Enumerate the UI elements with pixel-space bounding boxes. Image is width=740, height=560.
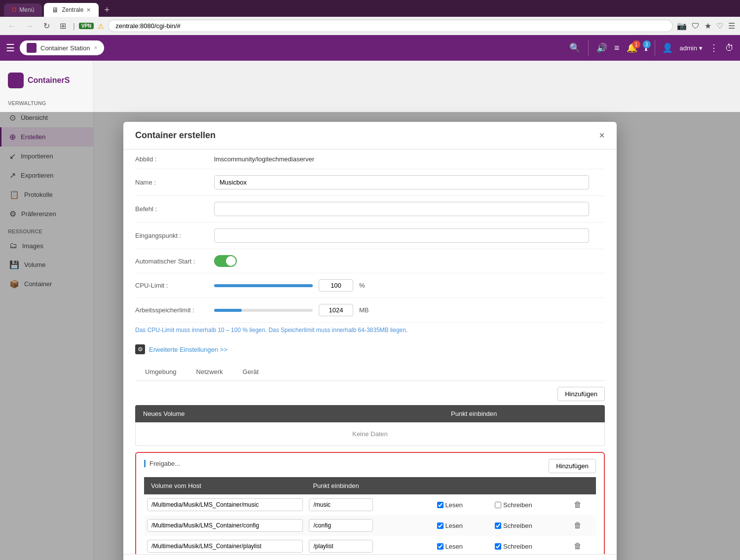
opera-icon: O [12, 6, 16, 13]
abbild-value: lmscommunity/logitechmediaserver [214, 155, 314, 163]
memory-value-input[interactable] [319, 304, 353, 316]
new-tab-button[interactable]: + [101, 5, 114, 15]
schreiben-checkbox-2[interactable] [495, 523, 501, 529]
volume-button[interactable]: 🔊 [596, 42, 607, 53]
delete-cell-3: 🗑 [571, 536, 596, 554]
delete-cell-2: 🗑 [571, 515, 596, 536]
search-button[interactable]: 🔍 [569, 42, 580, 53]
schreiben-checkbox-3[interactable] [495, 543, 501, 550]
header-right: 🔊 ≡ 🔔 1 ℹ 3 👤 admin ▾ ⋮ ⏱ [596, 40, 734, 56]
notif1-button[interactable]: 🔔 1 [627, 42, 637, 53]
heart-icon[interactable]: ♡ [716, 21, 723, 31]
schreiben-cell-1: Schreiben [492, 494, 571, 515]
befehl-row: Befehl : [135, 196, 605, 223]
tab-inactive-menu[interactable]: O Menü [4, 3, 42, 16]
lesen-cell-3: Lesen [434, 536, 492, 554]
memory-limit-row: Arbeitsspeicherlimit : MB [135, 298, 605, 323]
neues-volume-section: Hinzufügen Neues Volume Punkt einbinden … [135, 387, 605, 446]
tab-umgebung[interactable]: Umgebung [135, 364, 186, 380]
back-button[interactable]: ← [5, 21, 19, 32]
bookmark-icon[interactable]: ★ [704, 21, 711, 31]
volume-add-button[interactable]: Hinzufügen [557, 387, 605, 401]
notif2-button[interactable]: ℹ 3 [644, 42, 648, 53]
section-verwaltung-label: Verwaltung [0, 95, 93, 108]
name-input[interactable] [214, 175, 589, 189]
dashboard-button[interactable]: ⏱ [725, 43, 734, 53]
toolbar-right-icons: 📷 🛡 ★ ♡ ☰ [677, 21, 735, 31]
col-volume-host: Volume vom Host [144, 477, 306, 494]
tab-geraet[interactable]: Gerät [233, 364, 269, 380]
admin-dropdown-button[interactable]: admin ▾ [680, 44, 703, 52]
eingangspunkt-input[interactable] [214, 228, 589, 243]
abbild-row: Abbild : lmscommunity/logitechmediaserve… [135, 149, 605, 169]
host-path-cell [144, 494, 306, 515]
home-button[interactable]: ⊞ [57, 20, 69, 32]
app-tab-icon [27, 43, 37, 53]
freigabe-add-button[interactable]: Hinzufügen [549, 459, 596, 473]
reload-button[interactable]: ↻ [40, 20, 53, 32]
lesen-checkbox-3[interactable] [437, 543, 444, 550]
create-container-dialog: Container erstellen × Abbild : lmscommun… [123, 122, 617, 560]
delete-row-button-1[interactable]: 🗑 [574, 500, 582, 509]
autostart-toggle[interactable] [214, 255, 237, 267]
col-punkt-einbinden-1: Punkt einbinden [443, 405, 605, 422]
delete-row-button-2[interactable]: 🗑 [574, 521, 582, 530]
mount-point-input-3[interactable] [309, 540, 373, 553]
mount-point-cell-2 [306, 515, 434, 536]
table-row: Lesen Schreiben [144, 536, 596, 554]
camera-icon[interactable]: 📷 [677, 21, 687, 31]
cpu-range-track [214, 284, 313, 287]
cpu-value-input[interactable] [319, 279, 353, 292]
sidebar-logo: ContainerS [0, 66, 93, 95]
freigabe-label: Freigabe... [144, 460, 180, 467]
more-options-button[interactable]: ⋮ [709, 42, 718, 53]
col-neues-volume: Neues Volume [135, 405, 443, 422]
user-button[interactable]: 👤 [662, 42, 673, 53]
lesen-checkbox-2[interactable] [437, 523, 444, 529]
delete-row-button-3[interactable]: 🗑 [574, 542, 582, 551]
browser-chrome: O Menü 🖥 Zentrale × + ← → ↻ ⊞ | VPN ⚠ ze… [0, 0, 740, 35]
tab-netzwerk[interactable]: Netzwerk [186, 364, 233, 380]
advanced-settings-link[interactable]: ⚙ Erweiterte Einstellungen >> [135, 339, 605, 359]
table-row: Lesen Schreiben [144, 494, 596, 515]
app-tab-pill[interactable]: Container Station × [20, 40, 104, 55]
host-path-input-2[interactable] [147, 519, 303, 532]
app-header: ☰ Container Station × 🔍 🔊 ≡ 🔔 1 ℹ 3 👤 ad… [0, 35, 740, 61]
host-path-input-1[interactable] [147, 498, 303, 511]
active-tab-label: Zentrale [62, 6, 83, 13]
notif2-badge: 3 [643, 40, 651, 48]
shield-icon[interactable]: 🛡 [692, 22, 700, 31]
app-tab-close[interactable]: × [94, 44, 97, 51]
host-path-input-3[interactable] [147, 540, 303, 553]
neues-volume-table-body: Keine Daten [135, 422, 605, 446]
eingangspunkt-row: Eingangspunkt : [135, 223, 605, 249]
menu-icon[interactable]: ☰ [728, 21, 735, 31]
tab-active-zentrale[interactable]: 🖥 Zentrale × [44, 3, 98, 17]
tab-bar: O Menü 🖥 Zentrale × + [0, 0, 740, 17]
address-text: zentrale:8080/cgi-bin/# [115, 22, 181, 30]
address-bar[interactable]: zentrale:8080/cgi-bin/# [108, 20, 673, 32]
abbild-label: Abbild : [135, 155, 214, 163]
host-table-body: Lesen Schreiben [144, 494, 596, 554]
separator: | [73, 22, 75, 30]
schreiben-cell-2: Schreiben [492, 515, 571, 536]
name-label: Name : [135, 179, 214, 186]
forward-button[interactable]: → [23, 21, 37, 32]
empty-text: Keine Daten [136, 422, 604, 446]
mount-point-input-1[interactable] [309, 498, 373, 511]
tab-close-icon[interactable]: × [86, 6, 90, 14]
stack-button[interactable]: ≡ [614, 43, 620, 53]
autostart-label: Automatischer Start : [135, 258, 214, 265]
dialog-close-button[interactable]: × [599, 130, 605, 141]
mount-point-input-2[interactable] [309, 519, 373, 532]
schreiben-checkbox-1[interactable] [495, 502, 501, 508]
cpu-range-fill [214, 284, 313, 287]
hamburger-button[interactable]: ☰ [6, 42, 15, 54]
neues-volume-table-header: Neues Volume Punkt einbinden [135, 405, 605, 422]
befehl-input[interactable] [214, 202, 589, 216]
admin-label: admin [680, 44, 697, 52]
lesen-cell-2: Lesen [434, 515, 492, 536]
col-permissions [434, 477, 571, 494]
lesen-checkbox-1[interactable] [437, 502, 444, 508]
vpn-badge: VPN [79, 23, 94, 29]
